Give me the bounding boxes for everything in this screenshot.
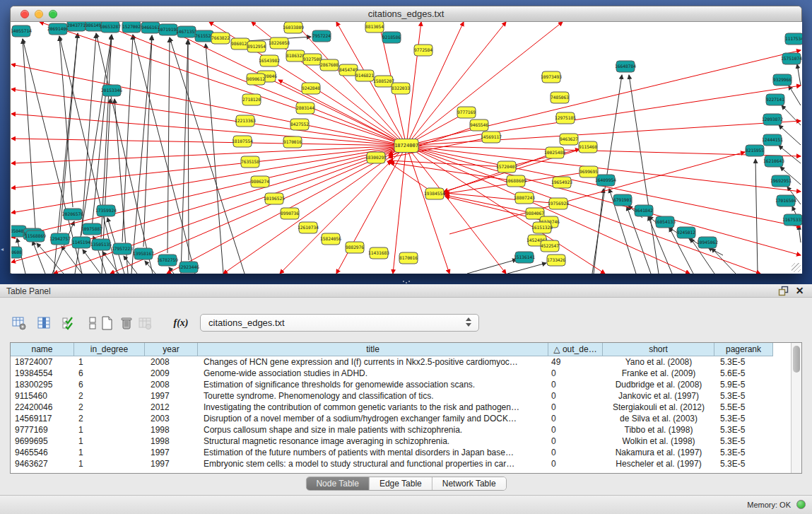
graph-node[interactable]: 12923446 [178,262,199,273]
graph-node[interactable]: 15751074 [781,53,802,64]
cell-title[interactable]: Tourette syndrome. Phenomenology and cla… [198,390,548,402]
graph-node[interactable]: 16151328 [531,222,553,233]
cell-out_degree[interactable]: 0 [548,436,603,447]
cell-name[interactable]: 9465546 [11,447,74,458]
cell-in_degree[interactable]: 2 [74,413,145,424]
table-selector-dropdown[interactable]: citations_edges.txt [200,314,479,332]
cell-short[interactable]: Franke et al. (2009) [603,368,714,379]
cell-year[interactable]: 1997 [145,447,198,458]
graph-node[interactable]: 17016504 [775,195,796,206]
cell-short[interactable]: Nakamura et al. (1997) [603,447,714,458]
row-select-icon[interactable] [59,314,78,332]
cell-out_degree[interactable]: 0 [548,379,603,390]
graph-node[interactable]: 9772584 [414,45,433,56]
table-row[interactable]: 2242004622012Investigating the contribut… [11,402,791,413]
cell-short[interactable]: Yano et al. (2008) [603,356,714,368]
graph-node[interactable]: 10945062 [697,237,718,248]
cell-in_degree[interactable]: 1 [74,436,145,447]
delete-column-icon[interactable] [117,314,136,332]
graph-node[interactable]: 14055714 [11,25,32,37]
graph-node[interactable]: 9170016 [283,136,302,148]
graph-node[interactable]: 11568869 [25,230,46,242]
table-row[interactable]: 1872400712008Changes of HCN gene express… [11,356,791,368]
graph-node[interactable]: 19756928 [548,198,569,209]
cell-title[interactable]: Disruption of a novel member of a sodium… [198,413,548,424]
network-view-window[interactable]: citations_edges.txt 14055714206914062043… [10,6,802,274]
graph-node[interactable]: 9115460 [579,141,597,153]
cell-short[interactable]: Stergiakouli et al. (2012) [603,402,714,413]
function-builder-icon[interactable]: f(x) [172,314,190,332]
graph-node[interactable]: 8813054 [365,22,384,33]
graph-node[interactable]: 19384554 [424,188,445,199]
network-canvas[interactable]: 1405571420691406204377198614931065328715… [11,22,802,274]
cell-out_degree[interactable]: 0 [548,413,603,424]
cell-out_degree[interactable]: 0 [548,368,603,379]
panel-collapse-arrow-icon[interactable]: ◂ [1,246,6,252]
graph-node[interactable]: 1733426 [547,255,565,266]
scrollbar-thumb[interactable] [793,346,800,373]
cell-short[interactable]: de Silva et al. (2003) [603,413,714,424]
table-row[interactable]: 1830029562008Estimation of significance … [11,379,791,390]
graph-node[interactable]: 12444151 [762,134,783,146]
cell-name[interactable]: 9777169 [11,424,74,436]
cell-in_degree[interactable]: 2 [74,402,145,413]
graph-node[interactable]: 8990736 [281,208,299,219]
graph-node[interactable]: 9329966 [773,74,792,86]
graph-node[interactable]: 16543982 [259,55,280,66]
float-panel-icon[interactable] [778,286,789,296]
graph-node[interactable]: 15136141 [514,252,535,263]
cell-in_degree[interactable]: 6 [74,368,145,379]
table-row[interactable]: 1456911722003Disruption of a novel membe… [11,413,791,424]
graph-node[interactable]: 14671355 [176,26,197,37]
cell-title[interactable]: Corpus callosum shape and size in male p… [198,424,548,436]
graph-node[interactable]: 7663822 [211,33,230,44]
graph-node[interactable]: 8186328 [286,50,305,62]
column-header-out_degree[interactable]: △ out_de… [548,343,603,356]
tab-node-table[interactable]: Node Table [306,477,370,491]
cell-title[interactable]: Investigating the contribution of common… [198,402,548,413]
graph-node[interactable]: 8912954 [247,41,266,52]
graph-node[interactable]: 10688609 [505,175,526,187]
graph-node[interactable]: 16648784 [615,61,636,72]
graph-node[interactable]: 9882976 [346,242,364,253]
cell-pagerank[interactable]: 5.3E-5 [714,436,773,447]
citation-network-graph[interactable]: 1405571420691406204377198614931065328715… [11,22,802,274]
graph-node[interactable]: 6791901 [613,194,632,206]
column-header-title[interactable]: title [198,343,548,356]
graph-node[interactable]: 20206576 [62,209,83,220]
graph-node[interactable]: 9227141 [766,94,784,105]
cell-name[interactable]: 9115460 [11,390,74,402]
cell-name[interactable]: 19384554 [11,368,74,379]
cell-title[interactable]: Genome-wide association studies in ADHD. [198,368,548,379]
graph-node[interactable]: 7485063 [551,92,569,103]
table-row[interactable]: 977716911998Corpus callosum shape and si… [11,424,791,436]
cell-out_degree[interactable]: 0 [548,447,603,458]
cell-title[interactable]: Structural magnetic resonance image aver… [198,436,548,447]
graph-node[interactable]: 9890612 [247,74,265,85]
cell-year[interactable]: 2003 [145,413,198,424]
graph-node[interactable]: 1145194 [72,237,90,248]
cell-year[interactable]: 1997 [145,458,198,469]
graph-node[interactable]: 9218586 [382,32,401,43]
cell-name[interactable]: 9699695 [11,436,74,447]
graph-node[interactable]: 10975887 [81,223,102,235]
cell-year[interactable]: 2012 [145,402,198,413]
cell-name[interactable]: 18724007 [11,356,74,368]
graph-node[interactable]: 18807243 [514,192,535,204]
graph-node[interactable]: 12213363 [235,115,256,127]
cell-pagerank[interactable]: 5.5E-5 [714,402,773,413]
cell-short[interactable]: Tibbo et al. (1998) [603,424,714,436]
cell-in_degree[interactable]: 2 [74,390,145,402]
cell-pagerank[interactable]: 5.3E-5 [714,447,773,458]
graph-node[interactable]: 16033809 [283,22,304,33]
cell-title[interactable]: Embryonic stem cells: a model to study s… [198,458,548,469]
graph-node[interactable]: 18226058 [269,37,290,49]
column-header-in_degree[interactable]: in_degree [74,343,145,356]
cell-year[interactable]: 2009 [145,368,198,379]
graph-node[interactable]: 12610734 [298,222,319,233]
graph-node[interactable]: 16782759 [157,255,178,266]
graph-node[interactable]: 20153346 [101,85,122,96]
graph-node[interactable]: 16054133 [654,216,676,228]
graph-node[interactable]: 9463627 [560,134,578,145]
graph-node[interactable]: 9699695 [579,166,598,177]
